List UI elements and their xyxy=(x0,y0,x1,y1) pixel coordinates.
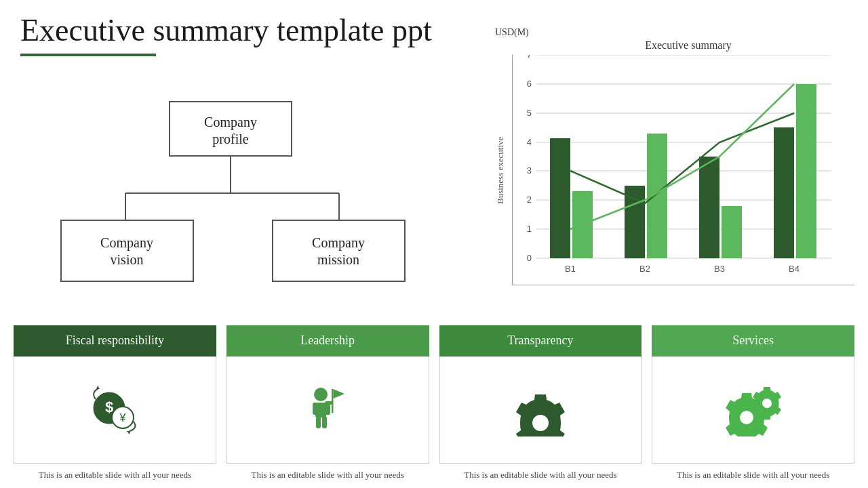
svg-text:profile: profile xyxy=(212,131,248,147)
svg-text:2: 2 xyxy=(527,195,532,205)
svg-marker-46 xyxy=(96,386,100,389)
svg-point-59 xyxy=(762,399,772,408)
svg-text:5: 5 xyxy=(527,108,532,118)
card-services-icon-area xyxy=(652,357,854,464)
svg-rect-50 xyxy=(313,403,318,415)
dollar-yuan-icon: $ ¥ xyxy=(87,382,142,436)
svg-text:3: 3 xyxy=(527,165,532,176)
svg-point-58 xyxy=(740,411,753,424)
svg-text:B3: B3 xyxy=(714,264,725,274)
svg-text:$: $ xyxy=(105,399,113,415)
chart-y-label: Business executive xyxy=(495,55,509,285)
chart-title: Executive summary xyxy=(522,39,854,52)
svg-text:¥: ¥ xyxy=(119,412,126,424)
svg-rect-10 xyxy=(273,220,405,281)
svg-text:6: 6 xyxy=(527,79,532,89)
svg-text:mission: mission xyxy=(317,252,359,267)
svg-rect-54 xyxy=(332,389,334,413)
card-fiscal: Fiscal responsibility $ ¥ This is an edi… xyxy=(14,325,216,481)
chart-wrapper: Business executive 0 1 2 xyxy=(495,55,854,285)
gear-icon xyxy=(513,382,568,436)
card-leadership-header: Leadership xyxy=(226,325,429,357)
svg-text:B4: B4 xyxy=(789,264,800,274)
svg-text:0: 0 xyxy=(527,253,532,263)
svg-marker-47 xyxy=(127,431,130,434)
svg-text:4: 4 xyxy=(527,137,532,147)
svg-text:B2: B2 xyxy=(639,264,650,274)
svg-rect-29 xyxy=(550,138,570,258)
card-transparency-header: Transparency xyxy=(439,325,642,357)
title-underline xyxy=(20,54,156,56)
card-fiscal-icon-area: $ ¥ xyxy=(14,357,216,464)
org-chart: Company profile Company vision Company m… xyxy=(20,88,468,312)
chart-svg: 0 1 2 3 4 5 6 7 xyxy=(513,55,854,285)
svg-point-48 xyxy=(314,388,328,401)
person-flag-icon xyxy=(300,382,355,436)
svg-rect-7 xyxy=(61,220,193,281)
title-section: Executive summary template ppt xyxy=(20,14,481,56)
svg-rect-33 xyxy=(699,157,719,258)
card-services-text: This is an editable slide with all your … xyxy=(652,469,854,481)
svg-rect-36 xyxy=(796,84,816,258)
card-transparency-icon-area xyxy=(439,357,642,464)
card-leadership-text: This is an editable slide with all your … xyxy=(226,469,429,481)
svg-text:7: 7 xyxy=(527,55,532,60)
svg-rect-35 xyxy=(774,127,794,258)
card-transparency: Transparency This is an editable slide w… xyxy=(439,325,642,481)
svg-rect-34 xyxy=(722,206,742,258)
gears-icon xyxy=(723,382,784,436)
svg-rect-52 xyxy=(316,416,321,428)
chart-section: USD(M) Executive summary Business execut… xyxy=(495,27,854,319)
svg-text:1: 1 xyxy=(527,224,532,234)
svg-marker-55 xyxy=(334,389,345,399)
svg-text:B1: B1 xyxy=(565,264,576,274)
card-leadership-icon-area xyxy=(226,357,429,464)
svg-point-57 xyxy=(532,415,549,431)
card-services-header: Services xyxy=(652,325,854,357)
svg-text:vision: vision xyxy=(111,252,144,267)
cards-section: Fiscal responsibility $ ¥ This is an edi… xyxy=(14,325,854,481)
svg-text:Company: Company xyxy=(312,235,365,251)
svg-rect-56 xyxy=(325,401,333,405)
org-chart-svg: Company profile Company vision Company m… xyxy=(20,88,468,305)
svg-rect-53 xyxy=(322,416,327,428)
card-leadership: Leadership This is an editable slide wit… xyxy=(226,325,429,481)
card-fiscal-header: Fiscal responsibility xyxy=(14,325,216,357)
main-title: Executive summary template ppt xyxy=(20,14,481,48)
svg-rect-32 xyxy=(647,134,667,258)
chart-usd-label: USD(M) xyxy=(495,27,854,38)
chart-area: 0 1 2 3 4 5 6 7 xyxy=(512,55,854,285)
card-fiscal-text: This is an editable slide with all your … xyxy=(14,469,216,481)
card-services: Services This is an editable slide with … xyxy=(652,325,854,481)
svg-text:Company: Company xyxy=(100,235,153,251)
svg-text:Company: Company xyxy=(204,115,257,130)
card-transparency-text: This is an editable slide with all your … xyxy=(439,469,642,481)
